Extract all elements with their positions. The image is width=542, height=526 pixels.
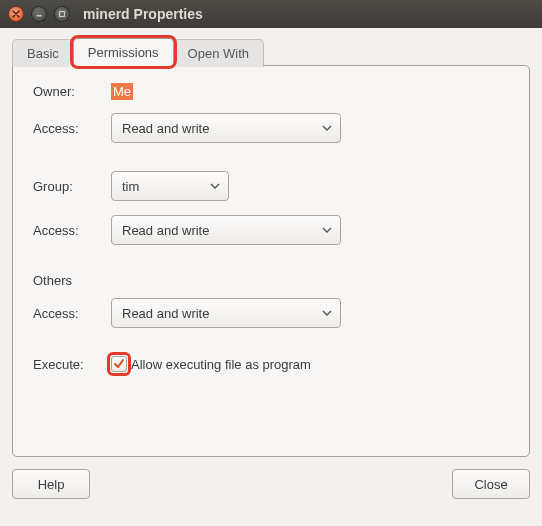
row-execute: Execute: Allow executing file as program: [33, 356, 509, 373]
window-title: minerd Properties: [83, 6, 203, 22]
label-group: Group:: [33, 179, 111, 194]
help-button[interactable]: Help: [12, 469, 90, 499]
row-owner: Owner: Me: [33, 84, 509, 99]
window-close-button[interactable]: [8, 6, 24, 22]
row-group-access: Access: Read and write: [33, 215, 509, 245]
tab-permissions-label: Permissions: [88, 45, 159, 60]
group-access-value: Read and write: [122, 223, 209, 238]
checkmark-icon: [113, 358, 125, 370]
value-owner-wrap: Me: [111, 84, 509, 99]
chevron-down-icon: [322, 125, 332, 131]
group-access-combo[interactable]: Read and write: [111, 215, 341, 245]
tab-permissions[interactable]: Permissions: [73, 38, 174, 66]
owner-access-combo[interactable]: Read and write: [111, 113, 341, 143]
others-access-value: Read and write: [122, 306, 209, 321]
execute-checkbox[interactable]: [111, 356, 127, 372]
chevron-down-icon: [210, 183, 220, 189]
window-minimize-button[interactable]: [31, 6, 47, 22]
group-value: tim: [122, 179, 139, 194]
window-maximize-button[interactable]: [54, 6, 70, 22]
close-icon: [12, 10, 20, 18]
row-group: Group: tim: [33, 171, 509, 201]
svg-rect-0: [37, 15, 42, 17]
chevron-down-icon: [322, 227, 332, 233]
permissions-panel: Owner: Me Access: Read and write Group:: [12, 65, 530, 457]
row-owner-access: Access: Read and write: [33, 113, 509, 143]
label-group-access: Access:: [33, 223, 111, 238]
execute-checkbox-label: Allow executing file as program: [131, 357, 311, 372]
titlebar: minerd Properties: [0, 0, 542, 28]
svg-rect-1: [60, 12, 65, 17]
minimize-icon: [35, 10, 43, 18]
dialog-footer: Help Close: [0, 469, 542, 511]
tab-openwith[interactable]: Open With: [173, 39, 264, 67]
execute-checkbox-wrap[interactable]: Allow executing file as program: [111, 356, 311, 372]
label-execute: Execute:: [33, 357, 111, 372]
owner-value: Me: [111, 83, 133, 100]
chevron-down-icon: [322, 310, 332, 316]
maximize-icon: [58, 10, 66, 18]
label-owner: Owner:: [33, 84, 111, 99]
group-combo[interactable]: tim: [111, 171, 229, 201]
tab-basic[interactable]: Basic: [12, 39, 74, 67]
window-body: Basic Permissions Open With Owner: Me Ac…: [0, 28, 542, 469]
label-owner-access: Access:: [33, 121, 111, 136]
label-others: Others: [33, 273, 509, 288]
close-button[interactable]: Close: [452, 469, 530, 499]
others-access-combo[interactable]: Read and write: [111, 298, 341, 328]
row-others-access: Access: Read and write: [33, 298, 509, 328]
label-others-access: Access:: [33, 306, 111, 321]
tab-strip: Basic Permissions Open With: [12, 38, 530, 66]
owner-access-value: Read and write: [122, 121, 209, 136]
